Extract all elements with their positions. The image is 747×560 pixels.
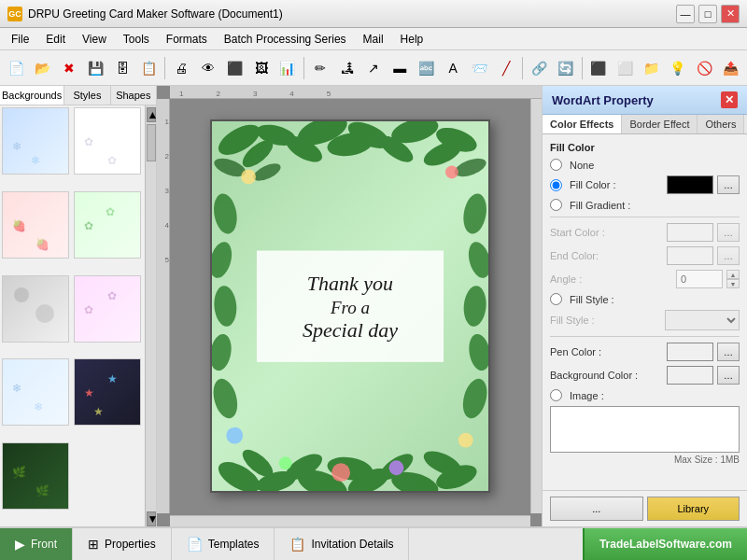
fill-style-radio[interactable]	[550, 293, 562, 305]
background-thumb-5[interactable]	[2, 275, 69, 343]
menu-edit[interactable]: Edit	[38, 31, 73, 48]
svg-text:🌿: 🌿	[35, 483, 49, 497]
tool15[interactable]: ▬	[388, 55, 412, 81]
background-thumb-1[interactable]: ❄❄	[2, 107, 69, 175]
wordart-library-btn[interactable]: Library	[647, 497, 740, 521]
pen-color-btn[interactable]: …	[717, 343, 740, 361]
tool11[interactable]: 📊	[275, 55, 300, 81]
fill-color-swatch[interactable]	[667, 175, 713, 194]
background-thumb-4[interactable]: ✿✿	[74, 191, 141, 259]
tab-color-effects[interactable]: Color Effects	[543, 115, 622, 133]
canvas-inner[interactable]: Thank you Fro a Special day	[170, 99, 530, 513]
image-area	[550, 406, 740, 453]
bg-color-btn[interactable]: …	[717, 366, 740, 385]
save-all-button[interactable]: 🗄	[110, 55, 134, 81]
front-icon: ▶	[15, 537, 25, 552]
svg-point-51	[462, 285, 487, 327]
tool16[interactable]: 🔤	[415, 55, 439, 81]
pen-color-label: Pen Color :	[550, 346, 663, 357]
menu-batch[interactable]: Batch Processing Series	[217, 31, 354, 48]
svg-text:★: ★	[84, 386, 94, 399]
main-area: Backgrounds Styles Shapes ❄❄ ✿✿ 🍓🍓 ✿✿	[0, 86, 747, 526]
pen-color-swatch[interactable]	[667, 343, 713, 361]
menu-view[interactable]: View	[75, 31, 114, 48]
print-preview[interactable]: 👁	[196, 55, 220, 81]
bottom-tab-front[interactable]: ▶ Front	[0, 528, 73, 560]
fill-none-label: None	[570, 160, 740, 171]
tool9[interactable]: ⬛	[222, 55, 247, 81]
angle-input	[676, 270, 723, 288]
tool19[interactable]: ╱	[494, 55, 518, 81]
tool21[interactable]: 🔄	[553, 55, 577, 81]
open-button[interactable]: 📂	[30, 55, 54, 81]
svg-text:✿: ✿	[84, 303, 93, 316]
properties-label: Properties	[105, 538, 156, 551]
menu-bar: File Edit View Tools Formats Batch Proce…	[0, 28, 747, 50]
maximize-button[interactable]: □	[698, 5, 717, 23]
fill-style-select[interactable]	[665, 310, 740, 330]
fill-color-picker-btn[interactable]: …	[717, 175, 740, 194]
background-thumb-6[interactable]: ✿✿	[74, 275, 141, 343]
background-thumb-8[interactable]: ★★★	[74, 358, 141, 426]
tool24[interactable]: 📁	[639, 55, 663, 81]
svg-text:❄: ❄	[31, 154, 40, 167]
card-preview[interactable]: Thank you Fro a Special day	[210, 119, 490, 493]
bottom-tab-invitation[interactable]: 📋 Invitation Details	[275, 528, 409, 560]
menu-tools[interactable]: Tools	[116, 31, 157, 48]
tool6[interactable]: 📋	[136, 55, 161, 81]
fill-style-dropdown-row: Fill Style :	[550, 310, 740, 330]
fill-gradient-row: Fill Gradient :	[550, 199, 740, 211]
menu-help[interactable]: Help	[393, 31, 431, 48]
image-tool[interactable]: 🏞	[334, 55, 359, 81]
tab-others[interactable]: Others	[698, 115, 744, 133]
wordart-footer-left-btn[interactable]: ...	[550, 497, 643, 521]
tab-styles[interactable]: Styles	[64, 86, 110, 105]
wordart-close-button[interactable]: ✕	[721, 91, 738, 108]
fill-none-radio[interactable]	[550, 159, 562, 171]
tab-border-effect[interactable]: Border Effect	[622, 115, 698, 133]
tab-backgrounds[interactable]: Backgrounds	[0, 86, 64, 105]
close-doc-button[interactable]: ✖	[57, 55, 81, 81]
tool25[interactable]: 💡	[666, 55, 690, 81]
bottom-tab-properties[interactable]: ⊞ Properties	[73, 528, 172, 560]
menu-file[interactable]: File	[4, 31, 36, 48]
save-button[interactable]: 💾	[83, 55, 107, 81]
pen-tool[interactable]: ✏	[308, 55, 332, 81]
tool27[interactable]: 📤	[719, 55, 743, 81]
tool17[interactable]: A	[441, 55, 465, 81]
templates-label: Templates	[208, 538, 260, 551]
bottom-tab-templates[interactable]: 📄 Templates	[172, 528, 275, 560]
svg-point-56	[226, 427, 243, 444]
canvas-vscroll[interactable]	[530, 99, 542, 513]
minimize-button[interactable]: —	[676, 5, 695, 23]
max-size-label: Max Size : 1MB	[550, 455, 740, 465]
print-button[interactable]: 🖨	[169, 55, 193, 81]
close-button[interactable]: ✕	[721, 5, 740, 23]
tool23[interactable]: ⬜	[613, 55, 637, 81]
tool20[interactable]: 🔗	[527, 55, 551, 81]
card-text-area[interactable]: Thank you Fro a Special day	[257, 251, 444, 362]
left-panel-scrollbar[interactable]: ▲ ▼	[145, 105, 156, 526]
tool26[interactable]: 🚫	[692, 55, 716, 81]
tool18[interactable]: 📨	[467, 55, 491, 81]
start-color-row: Start Color : …	[550, 223, 740, 242]
tab-shapes[interactable]: Shapes	[111, 86, 156, 105]
bg-color-swatch[interactable]	[667, 366, 713, 385]
background-thumb-2[interactable]: ✿✿	[74, 107, 141, 175]
fill-color-radio[interactable]	[550, 179, 562, 191]
menu-formats[interactable]: Formats	[159, 31, 215, 48]
background-thumb-7[interactable]: ❄❄	[2, 358, 69, 426]
new-button[interactable]: 📄	[4, 55, 28, 81]
tool10[interactable]: 🖼	[248, 55, 273, 81]
wordart-property-panel: WordArt Property ✕ Color Effects Border …	[542, 86, 747, 526]
arrow-tool[interactable]: ↗	[361, 55, 386, 81]
app-icon: GC	[7, 7, 22, 21]
background-thumb-9[interactable]: 🌿🌿	[2, 442, 69, 510]
canvas-hscroll[interactable]	[170, 515, 530, 526]
tool22[interactable]: ⬛	[586, 55, 611, 81]
image-radio[interactable]	[550, 389, 562, 401]
fill-gradient-radio[interactable]	[550, 199, 562, 211]
image-radio-row: Image :	[550, 389, 740, 401]
menu-mail[interactable]: Mail	[356, 31, 391, 48]
background-thumb-3[interactable]: 🍓🍓	[2, 191, 69, 259]
